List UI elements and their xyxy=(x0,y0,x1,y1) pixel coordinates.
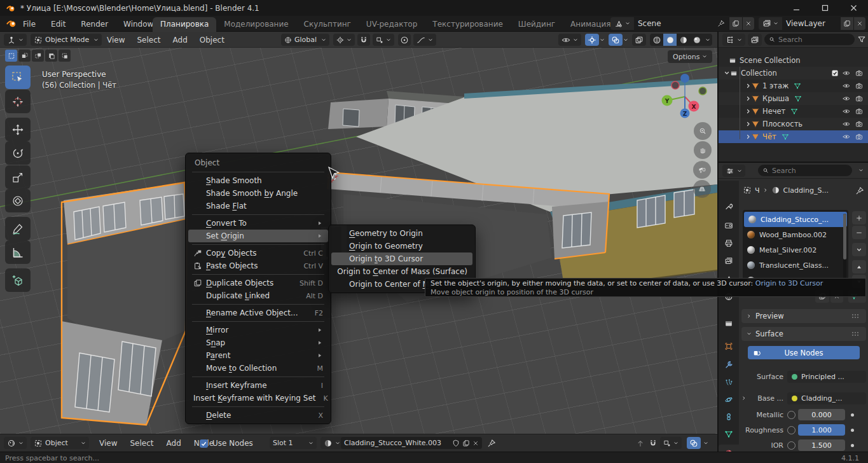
properties-search-input[interactable]: Search xyxy=(758,165,852,176)
camera-icon[interactable] xyxy=(855,69,863,77)
properties-tab-physics[interactable] xyxy=(719,391,739,408)
menu-item-file[interactable]: File xyxy=(23,20,36,29)
shader-menu-view[interactable]: View xyxy=(99,439,117,448)
workspace-tab[interactable]: Скульптинг xyxy=(296,17,359,32)
magnet-icon[interactable] xyxy=(649,439,658,448)
workspace-tab[interactable]: Планировка xyxy=(153,17,216,32)
workspace-tab[interactable]: Моделирование xyxy=(216,17,296,32)
field-value-chip[interactable]: Principled ... xyxy=(787,371,866,383)
properties-tab-material[interactable] xyxy=(719,445,739,452)
select-mode-button[interactable] xyxy=(32,50,44,62)
scene-name-field[interactable]: Scene xyxy=(634,17,729,30)
shader-editor-type-button[interactable] xyxy=(4,437,27,449)
camera-icon[interactable] xyxy=(855,82,863,90)
material-slot[interactable]: Metal_Silver.002 xyxy=(743,242,848,258)
menu-item-shade-smooth-by-angle[interactable]: Shade Smooth by Angle xyxy=(188,187,328,200)
menu-item-window[interactable]: Window xyxy=(123,20,153,29)
properties-tab-tool[interactable] xyxy=(719,198,739,214)
shader-type-dropdown[interactable]: Object xyxy=(31,437,89,449)
pin-icon[interactable] xyxy=(717,20,725,27)
outliner-search-input[interactable]: Search xyxy=(764,34,855,45)
material-browse-dropdown[interactable] xyxy=(320,437,343,449)
submenu-item-origin-to-3d-cursor[interactable]: Origin to 3D Cursor xyxy=(331,252,472,265)
outliner-row-Нечет[interactable]: Нечет xyxy=(719,105,868,118)
outliner-row-Чёт[interactable]: Чёт xyxy=(719,130,868,143)
outliner-row-1 этаж[interactable]: 1 этаж xyxy=(719,79,868,92)
eye-icon[interactable] xyxy=(843,69,850,77)
remove-slot-button[interactable] xyxy=(852,226,866,239)
menu-item-shade-smooth[interactable]: Shade Smooth xyxy=(188,174,328,187)
checkbox-icon[interactable] xyxy=(831,69,839,77)
parent-node-tree-icon[interactable] xyxy=(636,439,645,448)
chevron-down-icon[interactable] xyxy=(623,38,628,43)
properties-tab-modifiers[interactable] xyxy=(719,356,739,373)
preview-panel-header[interactable]: Preview xyxy=(741,309,866,323)
workspace-tab[interactable]: UV-редактор xyxy=(359,17,425,32)
eye-icon[interactable] xyxy=(843,120,850,128)
shader-menu-add[interactable]: Add xyxy=(167,439,181,448)
field-slider[interactable]: 1.500 xyxy=(798,439,845,451)
menu-item-delete[interactable]: DeleteX xyxy=(188,409,328,422)
field-value-chip[interactable]: Cladding_... xyxy=(787,392,866,404)
menu-item-duplicate-linked[interactable]: Duplicate LinkedAlt D xyxy=(188,289,328,302)
proportional-edit-toggle[interactable] xyxy=(398,34,411,46)
chevron-right-icon[interactable] xyxy=(745,95,752,102)
camera-view-button[interactable] xyxy=(693,161,711,179)
viewport-menu-select[interactable]: Select xyxy=(137,36,160,45)
material-slot[interactable]: Wood_Bamboo.002 xyxy=(743,227,848,242)
menu-item-rename-active-object[interactable]: Rename Active Object...F2 xyxy=(188,307,328,319)
workspace-tab[interactable]: Шейдинг xyxy=(511,17,563,32)
shading-solid-button[interactable] xyxy=(663,34,677,46)
gizmo-toggle[interactable] xyxy=(585,34,599,46)
chevron-down-icon[interactable] xyxy=(705,38,710,43)
field-slider[interactable]: 1.000 xyxy=(798,424,845,436)
editor-type-button[interactable] xyxy=(4,34,27,46)
chevron-right-icon[interactable] xyxy=(745,83,752,89)
select-mode-button[interactable] xyxy=(18,50,31,62)
chevron-down-icon[interactable] xyxy=(724,70,730,76)
menu-item-convert-to[interactable]: Convert To xyxy=(188,217,328,230)
material-slot[interactable]: Translucent_Glass... xyxy=(743,258,848,273)
outliner-display-mode-button[interactable] xyxy=(748,34,762,46)
breadcrumb-object[interactable]: Ч xyxy=(755,186,760,195)
chevron-right-icon[interactable] xyxy=(741,396,747,401)
submenu-item-origin-to-geometry[interactable]: Origin to Geometry xyxy=(331,240,472,252)
viewport-3d[interactable]: Object Mode ViewSelectAddObject Global xyxy=(0,32,717,434)
keyframe-dot[interactable] xyxy=(851,444,854,447)
close-button[interactable] xyxy=(839,0,868,16)
chevron-right-icon[interactable] xyxy=(745,108,752,114)
minimize-button[interactable] xyxy=(782,0,811,16)
tool-annotate[interactable] xyxy=(5,217,31,240)
orientation-dropdown[interactable]: Global xyxy=(281,34,329,46)
use-nodes-button[interactable]: Use Nodes xyxy=(748,346,860,359)
outliner-editor-type-button[interactable] xyxy=(722,34,745,46)
properties-tab-render[interactable] xyxy=(719,217,739,233)
close-icon[interactable] xyxy=(472,440,479,446)
submenu-item-geometry-to-origin[interactable]: Geometry to Origin xyxy=(331,227,472,240)
viewlayer-type-button[interactable] xyxy=(759,17,782,30)
chevron-down-icon[interactable] xyxy=(858,168,864,173)
filter-icon[interactable] xyxy=(857,35,866,44)
select-mode-button[interactable] xyxy=(59,50,71,62)
viewlayer-name-field[interactable]: ViewLayer xyxy=(782,17,840,30)
eye-icon[interactable] xyxy=(843,95,850,102)
editor-divider[interactable] xyxy=(717,32,719,452)
pan-tool-button[interactable] xyxy=(694,141,712,159)
viewport-menu-view[interactable]: View xyxy=(107,36,125,45)
shading-wireframe-button[interactable] xyxy=(650,34,663,46)
submenu-item-origin-to-center-of-mass-surface[interactable]: Origin to Center of Mass (Surface) xyxy=(331,265,472,278)
use-nodes-checkbox[interactable]: Use Nodes xyxy=(200,439,253,448)
breadcrumb-material[interactable]: Cladding_S... xyxy=(783,186,829,195)
tool-add-cube[interactable] xyxy=(5,268,31,292)
properties-tab-constraints[interactable] xyxy=(719,408,739,425)
surface-panel-header[interactable]: Surface xyxy=(741,327,866,341)
pin-icon[interactable] xyxy=(855,186,864,195)
shader-overlays-toggle[interactable] xyxy=(687,437,701,449)
camera-icon[interactable] xyxy=(855,107,863,115)
menu-item-paste-objects[interactable]: Paste ObjectsCtrl V xyxy=(188,259,328,272)
tool-select-box[interactable] xyxy=(5,66,31,89)
app-menu-icon[interactable] xyxy=(6,18,17,29)
tool-move[interactable] xyxy=(5,118,31,141)
menu-item-move-to-collection[interactable]: Move to CollectionM xyxy=(188,362,328,375)
eye-icon[interactable] xyxy=(843,82,850,90)
